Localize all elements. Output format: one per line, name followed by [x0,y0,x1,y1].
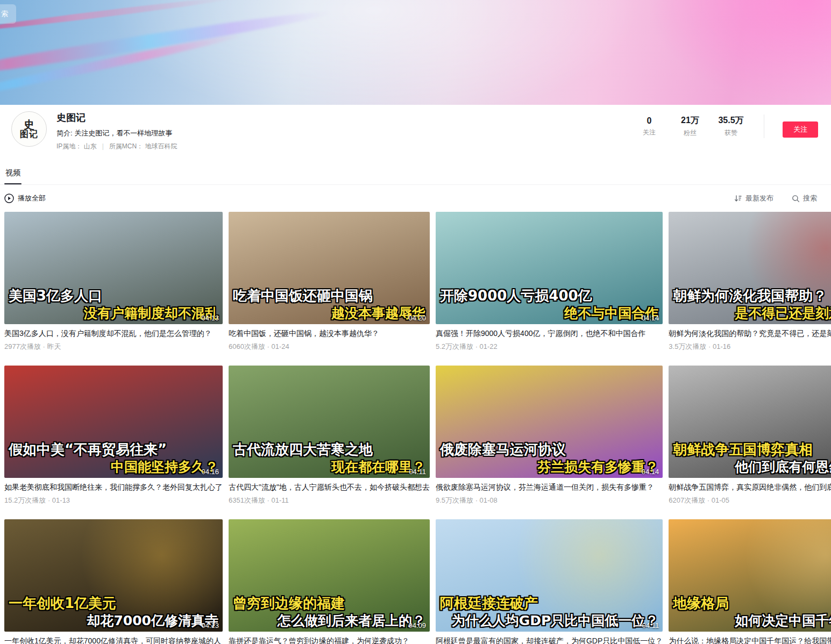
stat-label: 关注 [633,128,666,137]
stat-following[interactable]: 0 关注 [633,116,666,137]
thumb-title-line2: 中国能坚持多久？ [9,459,218,475]
video-card[interactable]: 吃着中国饭还砸中国锅越没本事越辱华 04:20 吃着中国饭，还砸中国锅，越没本事… [229,212,430,352]
profile-meta: IP属地： 山东|所属MCN： 地球百科院 [56,142,633,151]
video-thumbnail[interactable]: 假如中美“不再贸易往来”中国能坚持多久？ 04:16 [4,366,223,478]
search-button[interactable]: 搜索 [792,194,817,203]
stat-value: 35.5万 [714,115,748,126]
video-thumbnail[interactable]: 俄废除塞马运河协议芬兰损失有多惨重？ 04:14 [436,366,663,478]
video-meta: 5.2万次播放 · 01-22 [436,342,663,352]
video-thumbnail[interactable]: 开除9000人亏损400亿绝不与中国合作 04:14 [436,212,663,324]
profile-stats: 0 关注 21万 粉丝 35.5万 获赞 关注 [633,115,818,138]
thumb-title-line2: 为什么人均GDP只比中国低一位？ [440,613,658,629]
thumb-title-line2: 现在都在哪里？ [233,459,425,475]
video-thumbnail[interactable]: 古代流放四大苦寒之地现在都在哪里？ 04:11 [229,366,430,478]
follow-button[interactable]: 关注 [783,121,818,138]
sort-icon [734,194,742,203]
video-duration: 04:13 [201,314,219,322]
video-thumbnail[interactable]: 曾穷到边缘的福建怎么做到后来者居上的？ 04:09 [229,519,430,632]
video-title[interactable]: 真倔强！开除9000人亏损400亿，宁愿倒闭，也绝不和中国合作 [436,329,663,339]
video-duration: 04:14 [642,314,659,322]
video-thumbnail[interactable]: 吃着中国饭还砸中国锅越没本事越辱华 04:20 [229,212,430,324]
video-title[interactable]: 吃着中国饭，还砸中国锅，越没本事越仇华？ [229,329,430,339]
video-card[interactable]: 朝鲜为何淡化我国帮助？是不得已还是刻意为之？ 04:14 朝鲜为何淡化我国的帮助… [669,212,831,352]
video-meta: 6060次播放 · 01-24 [229,342,430,352]
video-card[interactable]: 朝鲜战争五国博弈真相他们到底有何恩怨情仇？ 06:55 朝鲜战争五国博弈，真实原… [669,366,831,505]
thumb-title-line1: 曾穷到边缘的福建 [233,595,425,612]
play-circle-icon [4,194,14,203]
video-thumbnail[interactable]: 地缘格局如何决定中国千年国运？ 06:59 [669,519,831,632]
video-card[interactable]: 假如中美“不再贸易往来”中国能坚持多久？ 04:16 如果老美彻底和我国断绝往来… [4,366,223,505]
video-title[interactable]: 美国3亿多人口，没有户籍制度却不混乱，他们是怎么管理的？ [4,329,223,339]
profile-mcn: 所属MCN： 地球百科院 [109,142,177,150]
play-all-button[interactable]: 播放全部 [4,194,46,203]
sort-label: 最新发布 [745,194,773,203]
thumb-title-line2: 却花7000亿修清真寺 [9,613,218,629]
thumb-title-line2: 怎么做到后来者居上的？ [233,613,425,629]
profile-name: 史图记 [56,111,633,124]
search-chip[interactable]: 搜索 [0,4,16,24]
thumb-title-line1: 美国3亿多人口 [9,288,218,304]
tab-videos[interactable]: 视频 [4,163,22,184]
video-card[interactable]: 开除9000人亏损400亿绝不与中国合作 04:14 真倔强！开除9000人亏损… [436,212,663,352]
video-duration: 04:16 [201,468,219,476]
stat-label: 获赞 [714,128,748,138]
video-grid: 美国3亿多人口没有户籍制度却不混乱 04:13 美国3亿多人口，没有户籍制度却不… [0,211,831,644]
video-card[interactable]: 阿根廷接连破产为什么人均GDP只比中国低一位？ 04:11 阿根廷曾是最富有的国… [436,519,663,644]
stat-label: 粉丝 [673,128,707,138]
video-card[interactable]: 一年创收1亿美元却花7000亿修清真寺 04:13 一年创收1亿美元，却花700… [4,519,223,644]
video-thumbnail[interactable]: 美国3亿多人口没有户籍制度却不混乱 04:13 [4,212,223,324]
video-title[interactable]: 如果老美彻底和我国断绝往来，我们能撑多久？老外回复太扎心了 [4,483,223,492]
stat-likes[interactable]: 35.5万 获赞 [714,115,748,138]
video-duration: 04:11 [409,468,426,476]
video-title[interactable]: 一年创收1亿美元，却花7000亿修清真寺，可同时容纳整座城的人 [4,636,223,644]
video-meta: 6207次播放 · 01-05 [669,496,831,505]
video-title[interactable]: 靠拼还是靠运气？曾穷到边缘的福建，为何逆袭成功？ [229,636,430,644]
video-card[interactable]: 曾穷到边缘的福建怎么做到后来者居上的？ 04:09 靠拼还是靠运气？曾穷到边缘的… [229,519,430,644]
video-card[interactable]: 古代流放四大苦寒之地现在都在哪里？ 04:11 古代四大"流放"地，古人宁愿斩头… [229,366,430,505]
video-duration: 04:13 [201,621,219,629]
stat-value: 0 [633,116,666,126]
thumb-title-line1: 开除9000人亏损400亿 [440,288,658,304]
video-thumbnail[interactable]: 朝鲜战争五国博弈真相他们到底有何恩怨情仇？ 06:55 [669,366,831,478]
thumb-title-line1: 俄废除塞马运河协议 [440,441,658,458]
play-all-label: 播放全部 [18,194,46,203]
video-title[interactable]: 古代四大"流放"地，古人宁愿斩头也不去，如今挤破头都想去 [229,483,430,492]
banner-rainbow-streak [0,0,236,33]
video-thumbnail[interactable]: 朝鲜为何淡化我国帮助？是不得已还是刻意为之？ 04:14 [669,212,831,324]
divider [764,115,764,138]
video-title[interactable]: 朝鲜战争五国博弈，真实原因绝非偶然，他们到底有何恩怨情仇？ [669,483,831,492]
stat-followers[interactable]: 21万 粉丝 [673,115,707,138]
thumb-title-line1: 吃着中国饭还砸中国锅 [233,288,425,304]
thumb-title-line1: 阿根廷接连破产 [440,595,658,612]
video-card[interactable]: 俄废除塞马运河协议芬兰损失有多惨重？ 04:14 俄欲废除塞马运河协议，芬兰海运… [436,366,663,505]
video-thumbnail[interactable]: 阿根廷接连破产为什么人均GDP只比中国低一位？ 04:11 [436,519,663,632]
profile-header: 史 图记 史图记 简介: 关注史图记，看不一样地理故事 IP属地： 山东|所属M… [0,105,831,151]
video-meta: 3.5万次播放 · 01-16 [669,342,831,352]
video-meta: 15.2万次播放 · 01-13 [4,496,223,505]
video-meta: 9.5万次播放 · 01-08 [436,496,663,505]
video-card[interactable]: 美国3亿多人口没有户籍制度却不混乱 04:13 美国3亿多人口，没有户籍制度却不… [4,212,223,352]
thumb-title-line2: 芬兰损失有多惨重？ [440,459,658,475]
video-card[interactable]: 地缘格局如何决定中国千年国运？ 06:59 为什么说：地缘格局决定中国千年国运？… [669,519,831,644]
thumb-title-line2: 绝不与中国合作 [440,305,658,321]
search-icon [792,195,800,203]
video-duration: 04:11 [642,621,659,629]
video-thumbnail[interactable]: 一年创收1亿美元却花7000亿修清真寺 04:13 [4,519,223,632]
sort-button[interactable]: 最新发布 [734,194,773,203]
video-title[interactable]: 阿根廷曾是最富有的国家，却接连破产，为何GDP只比中国低一位？ [436,636,663,644]
thumb-title-line2: 是不得已还是刻意为之？ [673,305,831,321]
video-title[interactable]: 俄欲废除塞马运河协议，芬兰海运通道一但关闭，损失有多惨重？ [436,483,663,492]
meta-separator: | [102,142,104,150]
video-meta: 2977次播放 · 昨天 [4,342,223,352]
profile-banner: 搜索 [0,0,831,105]
tab-bar: 视频 [0,163,831,185]
video-meta: 6351次播放 · 01-11 [229,496,430,505]
video-title[interactable]: 朝鲜为何淡化我国的帮助？究竟是不得已，还是刻意而为之？ [669,329,831,339]
video-title[interactable]: 为什么说：地缘格局决定中国千年国运？给我国带来怎样的影响？ [669,636,831,644]
video-duration: 04:20 [408,314,426,322]
profile-intro: 简介: 关注史图记，看不一样地理故事 [56,128,633,138]
thumb-title-line1: 朝鲜为何淡化我国帮助？ [673,288,831,304]
avatar[interactable]: 史 图记 [11,111,47,147]
thumb-title-line2: 没有户籍制度却不混乱 [9,305,218,321]
search-label: 搜索 [803,194,817,203]
